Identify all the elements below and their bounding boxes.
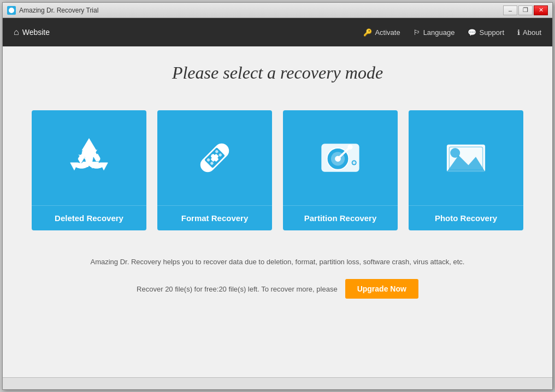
partition-recovery-card[interactable]: Partition Recovery: [283, 110, 398, 230]
close-button[interactable]: ✕: [534, 5, 548, 15]
svg-point-18: [348, 145, 353, 150]
activate-nav-item[interactable]: 🔑 Activate: [363, 28, 400, 37]
svg-point-24: [450, 148, 460, 158]
app-icon: [7, 6, 16, 15]
window-controls: – ❐ ✕: [503, 5, 548, 15]
language-nav-item[interactable]: 🏳 Language: [414, 28, 455, 37]
main-content: Please select a recovery mode: [3, 46, 552, 377]
recycle-icon: ♻: [64, 133, 114, 182]
about-label: About: [523, 28, 541, 37]
partition-recovery-icon-area: [316, 110, 365, 205]
format-recovery-label: Format Recovery: [157, 205, 272, 230]
svg-text:♻: ♻: [75, 141, 103, 175]
harddrive-icon: [316, 133, 365, 182]
deleted-recovery-icon-area: ♻: [64, 110, 114, 205]
support-label: Support: [479, 28, 504, 37]
recovery-mode-cards: ♻ Deleted Recovery: [32, 110, 523, 230]
description-text: Amazing Dr. Recovery helps you to recove…: [91, 258, 465, 266]
activate-label: Activate: [375, 28, 400, 37]
main-window: Amazing Dr. Recovery Trial – ❐ ✕ ⌂ Websi…: [2, 2, 553, 390]
language-label: Language: [423, 28, 455, 37]
minimize-button[interactable]: –: [503, 5, 517, 15]
deleted-recovery-card[interactable]: ♻ Deleted Recovery: [32, 110, 146, 230]
svg-point-20: [353, 161, 356, 164]
photo-recovery-card[interactable]: Photo Recovery: [409, 110, 523, 230]
home-icon: ⌂: [14, 27, 19, 37]
photo-recovery-icon-area: [441, 110, 491, 205]
support-nav-item[interactable]: 💬 Support: [468, 28, 504, 37]
nav-right: 🔑 Activate 🏳 Language 💬 Support ℹ About: [363, 28, 541, 37]
about-nav-item[interactable]: ℹ About: [517, 28, 541, 37]
partition-recovery-label: Partition Recovery: [283, 205, 398, 230]
title-bar: Amazing Dr. Recovery Trial – ❐ ✕: [3, 3, 552, 18]
language-icon: 🏳: [414, 28, 421, 37]
website-nav-item[interactable]: ⌂ Website: [14, 27, 50, 37]
support-icon: 💬: [468, 28, 476, 37]
format-recovery-icon-area: [190, 110, 239, 205]
photo-icon: [441, 133, 491, 182]
website-label: Website: [22, 28, 50, 37]
page-title: Please select a recovery mode: [172, 63, 383, 83]
upgrade-now-button[interactable]: Upgrade Now: [345, 279, 418, 299]
upgrade-message: Recover 20 file(s) for free:20 file(s) l…: [137, 285, 338, 293]
format-recovery-card[interactable]: Format Recovery: [157, 110, 272, 230]
restore-button[interactable]: ❐: [518, 5, 533, 15]
deleted-recovery-label: Deleted Recovery: [32, 205, 146, 230]
navbar: ⌂ Website 🔑 Activate 🏳 Language 💬 Suppor…: [3, 18, 552, 46]
photo-recovery-label: Photo Recovery: [409, 205, 523, 230]
statusbar: [3, 377, 552, 389]
svg-point-0: [9, 8, 14, 13]
key-icon: 🔑: [363, 28, 372, 37]
bandaid-icon: [190, 133, 239, 182]
window-title: Amazing Dr. Recovery Trial: [19, 7, 503, 14]
upgrade-bar: Recover 20 file(s) for free:20 file(s) l…: [137, 279, 418, 299]
info-icon: ℹ: [517, 28, 520, 37]
